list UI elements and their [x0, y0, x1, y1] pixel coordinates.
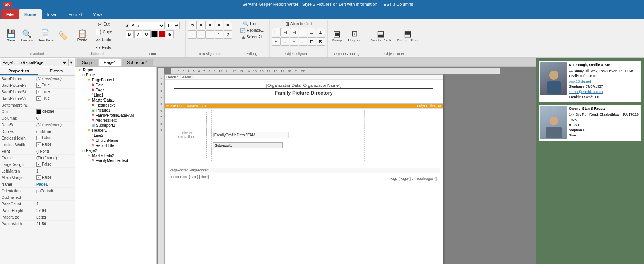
obj-same-s[interactable]: ⊡ [308, 37, 316, 46]
preview-button[interactable]: 🔍 Preview [19, 29, 35, 44]
align-to-grid-button[interactable]: ⊞ Align to Grid [272, 21, 325, 27]
align-center-button[interactable]: ≡ [206, 21, 214, 29]
property-row[interactable]: MirrorMargin✓False [0, 174, 75, 181]
cut-button[interactable]: ✂ Cut [90, 21, 117, 28]
property-row[interactable]: LeftMargin1 [0, 168, 75, 174]
obj-align-vcenter[interactable]: ⊥ [308, 28, 316, 36]
property-row[interactable]: Columns0 [0, 115, 75, 122]
tree-item[interactable]: /Line1 [76, 93, 156, 98]
tree-item[interactable]: AAddressText [76, 118, 156, 123]
property-row[interactable]: BackPicture(Not assigned)... [0, 76, 75, 82]
bold-button[interactable]: B [126, 30, 134, 38]
property-row[interactable]: DuplexdmNone [0, 128, 75, 135]
property-row[interactable]: Font(TFont) [0, 148, 75, 155]
send-to-back-button[interactable]: ⬓ Send to Back [368, 29, 393, 44]
space1-button[interactable]: 1 [215, 30, 223, 39]
obj-align-bottom[interactable]: ⊥ [317, 28, 325, 36]
font-size-select[interactable]: 10 [166, 22, 180, 29]
tree-item[interactable]: □Page1 [76, 72, 156, 78]
indent-button[interactable]: → [197, 30, 206, 39]
new-page-button[interactable]: 📄 New Page [36, 29, 56, 44]
undo-button[interactable]: ↩ Undo [90, 36, 117, 43]
property-row[interactable]: PaperWidth21.59 [0, 221, 75, 227]
align-left-button[interactable]: ≡ [197, 21, 206, 29]
tree-item[interactable]: ADate [76, 83, 156, 88]
property-row[interactable]: BackPicturePr✓True [0, 82, 75, 89]
property-row[interactable]: OrientationpoPortrait [0, 188, 75, 194]
tree-item[interactable]: ▣Picture1 [76, 108, 156, 113]
copy-button[interactable]: 📑 Copy [90, 29, 117, 36]
align-right-button[interactable]: ≡ [215, 21, 223, 29]
replace-button[interactable]: 🔄 Replace... [238, 28, 266, 34]
preview-email-1b[interactable]: sn011@earthlink.com [569, 90, 639, 95]
tree-item[interactable]: □Page2 [76, 148, 156, 153]
property-row[interactable]: OutlineText [0, 194, 75, 201]
save-button[interactable]: 💾 Save [4, 29, 18, 44]
ungroup-button[interactable]: ⊡ Ungroup [346, 29, 364, 44]
obj-space-v[interactable]: ↕ [281, 37, 289, 46]
rotate-button[interactable]: ↺ [188, 21, 197, 29]
tree-item[interactable]: ▼Report [76, 67, 156, 72]
tree-item[interactable]: ▼PageFooter1 [76, 78, 156, 83]
italic-button[interactable]: I [134, 30, 142, 38]
tree-item[interactable]: AChurchName [76, 138, 156, 143]
page-selector-arrow[interactable]: ▼ [68, 59, 74, 66]
tree-item[interactable]: ▼MasterData2 [76, 153, 156, 158]
tree-item[interactable]: ⊞Subreport1 [76, 123, 156, 128]
property-row[interactable]: PaperHeight27.94 [0, 207, 75, 214]
obj-same-h[interactable]: ↕ [299, 37, 307, 46]
find-button[interactable]: 🔍 Find... [238, 21, 265, 27]
property-row[interactable]: LargeDesign✓False [0, 161, 75, 168]
property-row[interactable]: NamePage1 [0, 181, 75, 188]
property-row[interactable]: BackPictureSt✓True [0, 89, 75, 95]
tab-page1[interactable]: Page1 [99, 59, 121, 66]
preview-email-1a[interactable]: onot@tutu.net [569, 79, 639, 85]
canvas-area[interactable]: 1 2 3 4 5 6 7 8 9 10 11 12 13 14 15 16 1… [157, 67, 536, 264]
tree-item[interactable]: AFamilyProfileDataFAM [76, 113, 156, 118]
tab-insert[interactable]: Insert [42, 9, 63, 19]
page-selector-select[interactable]: Page1: TfrxReportPage [1, 59, 68, 66]
property-row[interactable]: PageCount1 [0, 201, 75, 207]
tab-home[interactable]: Home [19, 9, 42, 19]
tree-item[interactable]: AFamilyMemberText [76, 158, 156, 163]
paste-button[interactable]: 📋 Paste [75, 28, 89, 44]
tab-subreport1[interactable]: Subreport1 [122, 59, 153, 66]
unknown-button[interactable]: 🏷️ [57, 31, 70, 41]
outdent-button[interactable]: ← [206, 30, 214, 39]
tab-format[interactable]: Format [63, 9, 87, 19]
bring-to-front-button[interactable]: ⬒ Bring to Front [396, 29, 421, 44]
obj-align-top[interactable]: ⊤ [299, 28, 307, 36]
property-row[interactable]: EndlessWidth✓False [0, 141, 75, 148]
redo-button[interactable]: ↪ Redo [90, 44, 117, 51]
property-row[interactable]: BottomMargin1 [0, 102, 75, 109]
property-row[interactable]: EndlessHeigh✓False [0, 135, 75, 141]
align-justify-button[interactable]: ≡ [224, 21, 232, 29]
tab-script[interactable]: Script [77, 59, 98, 66]
select-all-button[interactable]: ⊞ Select All [238, 34, 265, 40]
obj-fit[interactable]: ⊠ [317, 37, 325, 46]
strikethrough-button[interactable]: S̶ [166, 30, 174, 38]
tree-item[interactable]: ▼Header1 [76, 128, 156, 133]
properties-tab[interactable]: Properties [0, 67, 38, 75]
group-button[interactable]: ▣ Group [330, 29, 344, 44]
tab-view[interactable]: View [87, 9, 108, 19]
highlight-color-button[interactable] [159, 31, 165, 37]
tree-item[interactable]: ▼MasterData1 [76, 98, 156, 103]
obj-space-h[interactable]: ↔ [272, 37, 281, 46]
events-tab[interactable]: Events [38, 67, 75, 75]
property-row[interactable]: Frame(TfrxFrame) [0, 155, 75, 161]
property-row[interactable]: BackPictureVi✓True [0, 95, 75, 102]
obj-align-right[interactable]: ⊣ [290, 28, 298, 36]
obj-align-left[interactable]: ⊢ [272, 28, 281, 36]
tab-file[interactable]: File [1, 9, 19, 19]
tree-item[interactable]: /Line2 [76, 133, 156, 138]
tree-item[interactable]: APictureText [76, 103, 156, 108]
tree-item[interactable]: AReportTitle [76, 143, 156, 148]
property-row[interactable]: PaperSizeLetter [0, 214, 75, 221]
spacing-button[interactable]: ⋮ [188, 30, 197, 39]
space2-button[interactable]: 2 [224, 30, 232, 39]
underline-button[interactable]: U [143, 30, 151, 38]
obj-same-w[interactable]: ↔ [290, 37, 298, 46]
property-row[interactable]: DataSet(Not assigned) [0, 122, 75, 128]
obj-align-hcenter[interactable]: ⊣ [281, 28, 289, 36]
